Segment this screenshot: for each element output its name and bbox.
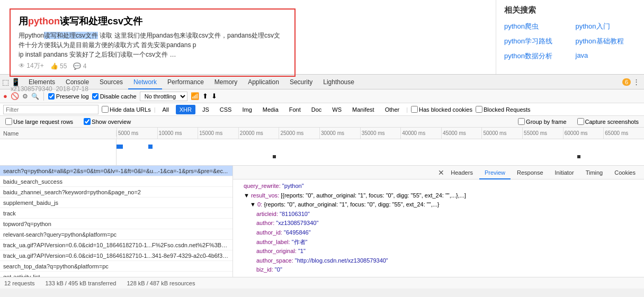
blocked-requests-checkbox[interactable] — [476, 106, 482, 113]
request-item-5[interactable]: topword?q=python — [0, 219, 232, 229]
detail-tab-initiator[interactable]: Initiator — [550, 166, 579, 179]
type-ws[interactable]: WS — [328, 105, 345, 114]
show-overview-checkbox[interactable] — [84, 118, 91, 125]
title-suffix: 读写和处理csv文件 — [60, 16, 142, 26]
type-other[interactable]: Other — [381, 105, 404, 114]
filter-bar: Hide data URLs | All XHR JS CSS Img Medi… — [0, 103, 644, 116]
bar-2 — [148, 145, 153, 149]
request-item-4[interactable]: track — [0, 208, 232, 219]
use-large-rows-label[interactable]: Use large request rows — [5, 118, 73, 125]
type-manifest[interactable]: Manifest — [348, 105, 378, 114]
group-by-frame-label[interactable]: Group by frame — [518, 118, 566, 125]
request-item-9[interactable]: search_top_data?q=python&platform=pc — [0, 261, 232, 272]
warn-badge: 6 — [622, 78, 631, 86]
tick-15000: 15000 ms — [198, 128, 238, 139]
article-card[interactable]: 用python读写和处理csv文件 用python读写和处理csv文件 读取 这… — [10, 8, 296, 77]
type-media[interactable]: Media — [259, 105, 282, 114]
request-item-3[interactable]: supplement_baidu_js — [0, 197, 232, 208]
sidebar-link-3[interactable]: python基础教程 — [576, 37, 637, 46]
bar-1 — [117, 145, 123, 149]
detail-tab-bar: ✕ Headers Preview Response Initiator Tim… — [233, 166, 644, 179]
tick-25000: 25000 ms — [279, 128, 319, 139]
sidebar-link-2[interactable]: python学习路线 — [504, 37, 565, 46]
right-sidebar: 相关搜索 python爬虫 python入门 python学习路线 python… — [496, 0, 644, 74]
detail-tab-timing[interactable]: Timing — [580, 166, 609, 179]
tick-45000: 45000 ms — [441, 128, 482, 139]
timeline-chart — [117, 139, 644, 165]
request-item-7[interactable]: track_ua.gif?APIVersion=0.6.0&cid=10_186… — [0, 240, 232, 250]
json-line-5: author_id: "6495846" — [237, 228, 640, 238]
detail-close-button[interactable]: ✕ — [438, 168, 444, 177]
type-font[interactable]: Font — [285, 105, 305, 114]
title-prefix: 用 — [19, 16, 28, 26]
request-item-0[interactable]: search?q=python&t=all&p=2&s=0&tm=0&lv=-1… — [0, 166, 232, 176]
sidebar-links: python爬虫 python入门 python学习路线 python基础教程 … — [504, 22, 636, 61]
filter-input[interactable] — [3, 105, 99, 114]
json-line-0: query_rewrite: "python" — [237, 182, 640, 191]
devtools-tab-icons: 6 ⋮ — [622, 78, 644, 86]
timeline-name-col: Name — [0, 130, 117, 137]
sidebar-link-1[interactable]: python入门 — [576, 22, 637, 31]
group-by-frame-checkbox[interactable] — [518, 118, 525, 125]
tick-10000: 10000 ms — [157, 128, 198, 139]
type-xhr[interactable]: XHR — [176, 105, 195, 114]
tick-60000: 60000 ms — [563, 128, 604, 139]
devtools-panel: ⬚ 📱 Elements Console Sources Network Per… — [0, 74, 644, 289]
sidebar-link-0[interactable]: python爬虫 — [504, 22, 565, 31]
type-js[interactable]: JS — [199, 105, 213, 114]
tick-40000: 40000 ms — [400, 128, 441, 139]
detail-tab-cookies[interactable]: Cookies — [609, 166, 641, 179]
tick-50000: 50000 ms — [481, 128, 522, 139]
devtools-settings-icon[interactable]: ⋮ — [633, 78, 640, 86]
timeline-ticks: 5000 ms 10000 ms 15000 ms 20000 ms 25000… — [117, 128, 644, 139]
request-item-1[interactable]: baidu_search_success — [0, 176, 232, 187]
timeline-bars — [0, 139, 644, 166]
bar-4 — [577, 155, 580, 158]
hide-data-urls-label[interactable]: Hide data URLs — [102, 106, 151, 113]
json-line-10: collections: "6495846" — [237, 275, 640, 277]
bar-3 — [273, 155, 276, 158]
type-img[interactable]: Img — [238, 105, 255, 114]
blocked-requests-label[interactable]: Blocked Requests — [476, 106, 531, 113]
comments: 💬 4 — [73, 62, 86, 70]
capture-screenshots-checkbox[interactable] — [577, 118, 584, 125]
request-item-6[interactable]: relevant-search?query=python&platform=pc — [0, 229, 232, 240]
views: 👁 14万+ — [19, 61, 44, 70]
type-all[interactable]: All — [159, 105, 173, 114]
article-meta: 👁 14万+ 👍 55 💬 4 — [19, 61, 287, 70]
hide-data-urls-checkbox[interactable] — [102, 106, 109, 113]
article-date: xz1308579340 2018-07-18 — [5, 81, 490, 97]
sidebar-title: 相关搜索 — [504, 5, 636, 15]
right-options: Group by frame Capture screenshots — [518, 118, 639, 125]
timeline-header: Name 5000 ms 10000 ms 15000 ms 20000 ms … — [0, 128, 644, 139]
use-large-rows-checkbox[interactable] — [5, 118, 12, 125]
json-line-4: author: "xz1308579340" — [237, 219, 640, 228]
detail-panel: ✕ Headers Preview Response Initiator Tim… — [233, 166, 644, 277]
json-line-7: author_original: "1" — [237, 247, 640, 256]
request-item-2[interactable]: baidu_zhannei_search?keyword=python&page… — [0, 187, 232, 197]
has-blocked-cookies-checkbox[interactable] — [411, 106, 418, 113]
sidebar-link-5[interactable]: java — [576, 51, 637, 61]
article-title: 用python读写和处理csv文件 — [19, 15, 287, 28]
capture-screenshots-label[interactable]: Capture screenshots — [577, 118, 639, 125]
detail-content: query_rewrite: "python" ▼ result_vos: [{… — [233, 179, 644, 277]
request-count: 12 requests — [4, 280, 34, 286]
json-line-6: author_label: "作者" — [237, 238, 640, 247]
show-overview-label[interactable]: Show overview — [84, 118, 131, 125]
request-item-8[interactable]: track_ua.gif?APIVersion=0.6.0&cid=10_186… — [0, 250, 232, 261]
type-css[interactable]: CSS — [216, 105, 236, 114]
request-item-10[interactable]: get-activity-list — [0, 272, 232, 277]
request-list[interactable]: search?q=python&t=all&p=2&s=0&tm=0&lv=-1… — [0, 166, 233, 277]
sidebar-link-4[interactable]: python数据分析 — [504, 51, 565, 61]
has-blocked-cookies-label[interactable]: Has blocked cookies — [411, 106, 472, 113]
status-bar: 12 requests 133 kB / 495 kB transferred … — [0, 277, 644, 289]
json-line-1: ▼ result_vos: [{reports: "0", author_ori… — [237, 191, 640, 201]
json-line-2: ▼ 0: {reports: "0", author_original: "1"… — [237, 200, 640, 210]
type-doc[interactable]: Doc — [308, 105, 326, 114]
highlight-text: 读写和处理csv文件 — [44, 32, 98, 39]
tick-30000: 30000 ms — [319, 128, 360, 139]
detail-tab-response[interactable]: Response — [512, 166, 549, 179]
detail-tab-preview[interactable]: Preview — [479, 166, 511, 179]
transferred-size: 133 kB / 495 kB transferred — [45, 280, 116, 286]
detail-tab-headers[interactable]: Headers — [445, 166, 478, 179]
